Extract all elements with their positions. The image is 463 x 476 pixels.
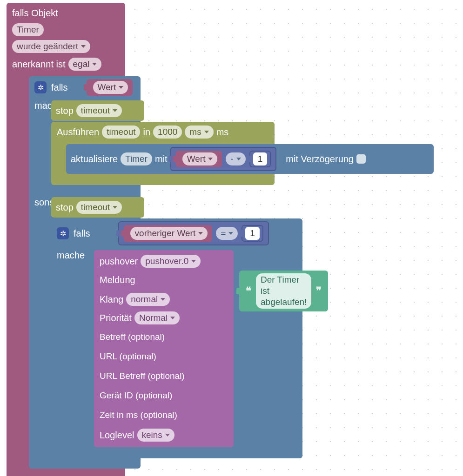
do-label: mache: [29, 99, 51, 116]
pushover-title: pushover: [100, 254, 138, 269]
compare-left-dropdown[interactable]: vorheriger Wert: [130, 227, 208, 240]
string-value[interactable]: Der Timer ist abgelaufen!: [256, 273, 311, 309]
delay-checkbox[interactable]: [356, 154, 366, 164]
pushover-device: Gerät ID (optional): [100, 389, 172, 403]
compare-op-dropdown[interactable]: =: [216, 227, 238, 240]
if-else-block[interactable]: ✲ falls Wert mache: [29, 76, 141, 469]
pushover-priority-label: Priorität: [100, 311, 132, 325]
pushover-loglevel-label: Loglevel: [100, 428, 134, 443]
pushover-sound-label: Klang: [100, 292, 123, 307]
delay-label: mit Verzögerung: [286, 152, 354, 166]
exec-name-pill[interactable]: timeout: [102, 126, 140, 139]
gear-icon[interactable]: ✲: [57, 227, 69, 239]
pushover-block[interactable]: pushover pushover.0 Meldung ❝: [94, 250, 234, 447]
pushover-priority-dropdown[interactable]: Normal: [134, 311, 180, 324]
math-left-dropdown[interactable]: Wert: [182, 152, 218, 165]
quote-close-icon: ❞: [314, 285, 323, 297]
exec-time-pill[interactable]: 1000: [153, 126, 182, 139]
math-op-dropdown[interactable]: -: [226, 152, 245, 165]
if-condition-value[interactable]: Wert: [87, 79, 133, 96]
if-label: falls: [51, 80, 68, 95]
inner-if-label: falls: [74, 226, 90, 241]
blockly-workspace[interactable]: falls Objekt Timer wurde geändert anerka…: [0, 0, 463, 476]
math-left[interactable]: Wert: [176, 151, 222, 167]
stop-label: stop: [56, 103, 74, 118]
pushover-url-title: URL Betreff (optional): [100, 369, 185, 383]
else-stop-name-dropdown[interactable]: timeout: [76, 201, 122, 214]
pushover-instance-dropdown[interactable]: pushover.0: [141, 255, 201, 268]
exec-unit-dropdown[interactable]: ms: [185, 126, 213, 139]
value-dropdown[interactable]: Wert: [93, 81, 128, 94]
ack-dropdown[interactable]: egal: [68, 58, 102, 71]
ack-label: anerkannt ist: [12, 57, 66, 72]
math-right[interactable]: 1: [249, 151, 271, 167]
trigger-title: falls Objekt: [12, 6, 58, 20]
update-with: mit: [155, 152, 168, 166]
exec-unit-after: ms: [216, 125, 229, 139]
math-right-value[interactable]: 1: [253, 152, 268, 165]
exec-timeout-block[interactable]: Ausführen timeout in 1000 ms ms: [51, 122, 275, 185]
compare-expression[interactable]: vorheriger Wert = 1: [118, 221, 269, 245]
trigger-object-pill[interactable]: Timer: [12, 23, 44, 36]
string-literal[interactable]: ❝ Der Timer ist abgelaufen! ❞: [239, 271, 328, 311]
trigger-block[interactable]: falls Objekt Timer wurde geändert anerka…: [7, 3, 125, 476]
stop-timeout-block[interactable]: stop timeout: [51, 100, 144, 121]
stop-name-dropdown[interactable]: timeout: [76, 104, 122, 117]
pushover-time: Zeit in ms (optional): [100, 408, 177, 422]
else-stop-timeout-block[interactable]: stop timeout: [51, 197, 144, 218]
pushover-message-label: Meldung: [100, 272, 135, 287]
quote-open-icon: ❝: [244, 285, 253, 297]
compare-right[interactable]: 1: [242, 225, 263, 242]
exec-in: in: [143, 125, 150, 139]
update-label: aktualisiere: [71, 152, 118, 166]
else-stop-label: stop: [56, 200, 74, 215]
compare-right-value[interactable]: 1: [245, 227, 260, 240]
pushover-url: URL (optional): [100, 350, 156, 364]
update-state-block[interactable]: aktualisiere Timer mit Wert: [66, 144, 434, 174]
pushover-loglevel-dropdown[interactable]: keins: [137, 429, 174, 442]
pushover-sound-dropdown[interactable]: normal: [126, 293, 170, 306]
inner-if-block[interactable]: ✲ falls vorheriger Wert = 1: [51, 218, 302, 458]
gear-icon[interactable]: ✲: [34, 81, 47, 93]
else-label: sonst: [29, 195, 51, 212]
inner-do-label: mache: [51, 248, 94, 265]
pushover-subject: Betreff (optional): [100, 330, 165, 344]
compare-left[interactable]: vorheriger Wert: [124, 225, 213, 242]
exec-label: Ausführen: [57, 125, 99, 139]
update-state-pill[interactable]: Timer: [121, 152, 152, 165]
trigger-event-dropdown[interactable]: wurde geändert: [12, 40, 90, 53]
math-expression[interactable]: Wert - 1: [170, 147, 277, 171]
